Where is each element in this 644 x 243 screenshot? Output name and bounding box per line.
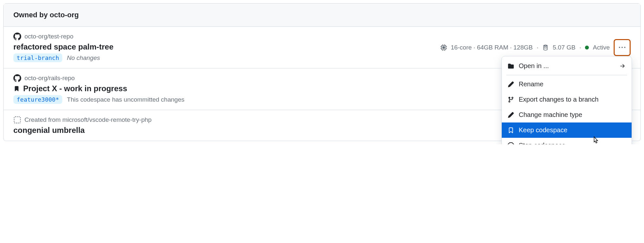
codespace-row: octo-org/test-repo refactored space palm… [4, 27, 640, 68]
repo-name[interactable]: Created from microsoft/vscode-remote-try… [24, 116, 152, 123]
menu-rename[interactable]: Rename [502, 77, 632, 92]
kebab-menu-button[interactable] [615, 41, 629, 54]
repo-name[interactable]: octo-org/rails-repo [24, 75, 75, 82]
codespaces-panel: Owned by octo-org octo-org/test-repo ref… [3, 3, 641, 141]
status-dot-icon [585, 46, 589, 50]
machine-specs: 16-core · 64GB RAM · 128GB [451, 44, 533, 51]
branch-pill[interactable]: trial-branch [13, 53, 62, 62]
github-icon [13, 74, 21, 82]
arrow-right-icon [619, 63, 626, 69]
pencil-icon [508, 112, 514, 118]
template-icon [13, 116, 21, 124]
database-icon [542, 44, 549, 51]
branch-status: No changes [67, 54, 100, 62]
cursor-pointer-icon [592, 136, 600, 144]
menu-open-in[interactable]: Open in ... [502, 58, 632, 74]
separator-dot: · [537, 44, 538, 51]
status-text: Active [593, 44, 610, 51]
codespace-actions-menu: Open in ... Rename Export changes to a b… [501, 56, 632, 144]
kebab-highlight [614, 39, 631, 56]
codespace-title[interactable]: Project X - work in progress [23, 84, 127, 93]
codespace-title[interactable]: congenial umbrella [13, 126, 85, 135]
storage-size: 5.07 GB [553, 44, 575, 51]
menu-export-branch[interactable]: Export changes to a branch [502, 92, 632, 107]
bookmark-fill-icon [13, 85, 20, 92]
menu-change-machine[interactable]: Change machine type [502, 107, 632, 122]
branch-status: This codespace has uncommitted changes [67, 96, 184, 103]
bookmark-icon [508, 127, 514, 134]
branch-pill[interactable]: feature3000* [13, 95, 62, 104]
codespace-title[interactable]: refactored space palm-tree [13, 42, 114, 51]
separator-dot: · [579, 44, 581, 51]
menu-stop-codespace[interactable]: Stop codespace [502, 138, 632, 144]
menu-keep-codespace[interactable]: Keep codespace [502, 122, 632, 138]
repo-name[interactable]: octo-org/test-repo [24, 33, 73, 40]
git-branch-icon [508, 96, 514, 103]
menu-divider [506, 75, 627, 75]
folder-icon [508, 63, 514, 69]
stop-icon [508, 142, 514, 145]
github-icon [13, 33, 21, 40]
svg-rect-0 [14, 117, 20, 123]
panel-header: Owned by octo-org [4, 4, 640, 27]
pencil-icon [508, 81, 514, 88]
cpu-icon [440, 44, 447, 51]
